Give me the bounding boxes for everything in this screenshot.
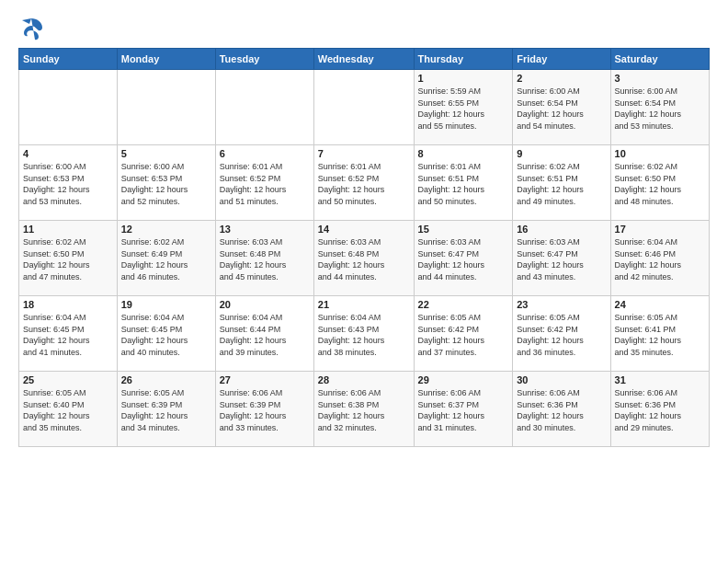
day-info: Sunrise: 6:02 AM Sunset: 6:49 PM Dayligh… — [121, 236, 211, 282]
day-cell: 25Sunrise: 6:05 AM Sunset: 6:40 PM Dayli… — [19, 372, 118, 447]
day-cell: 28Sunrise: 6:06 AM Sunset: 6:38 PM Dayli… — [313, 372, 414, 447]
day-number: 24 — [615, 299, 705, 310]
day-number: 15 — [418, 224, 509, 235]
day-header-sunday: Sunday — [19, 49, 118, 70]
day-info: Sunrise: 6:00 AM Sunset: 6:54 PM Dayligh… — [615, 86, 705, 132]
day-info: Sunrise: 6:05 AM Sunset: 6:42 PM Dayligh… — [418, 312, 509, 358]
day-cell: 6Sunrise: 6:01 AM Sunset: 6:52 PM Daylig… — [215, 145, 313, 221]
day-number: 6 — [220, 148, 310, 159]
day-info: Sunrise: 6:05 AM Sunset: 6:39 PM Dayligh… — [121, 387, 211, 433]
day-cell: 26Sunrise: 6:05 AM Sunset: 6:39 PM Dayli… — [117, 372, 215, 447]
calendar-header: SundayMondayTuesdayWednesdayThursdayFrid… — [19, 49, 710, 70]
logo — [18, 15, 48, 40]
day-number: 7 — [318, 148, 410, 159]
day-info: Sunrise: 6:02 AM Sunset: 6:50 PM Dayligh… — [23, 236, 113, 282]
day-info: Sunrise: 6:03 AM Sunset: 6:48 PM Dayligh… — [318, 236, 410, 282]
day-number: 2 — [517, 73, 606, 84]
week-row-4: 18Sunrise: 6:04 AM Sunset: 6:45 PM Dayli… — [19, 296, 710, 372]
day-header-thursday: Thursday — [414, 49, 513, 70]
day-cell: 16Sunrise: 6:03 AM Sunset: 6:47 PM Dayli… — [513, 221, 610, 296]
day-info: Sunrise: 6:06 AM Sunset: 6:38 PM Dayligh… — [318, 387, 410, 433]
day-cell: 9Sunrise: 6:02 AM Sunset: 6:51 PM Daylig… — [513, 145, 610, 221]
day-info: Sunrise: 6:04 AM Sunset: 6:45 PM Dayligh… — [23, 312, 113, 358]
day-number: 29 — [418, 374, 509, 385]
day-cell: 7Sunrise: 6:01 AM Sunset: 6:52 PM Daylig… — [313, 145, 414, 221]
header-row: SundayMondayTuesdayWednesdayThursdayFrid… — [19, 49, 710, 70]
day-cell: 23Sunrise: 6:05 AM Sunset: 6:42 PM Dayli… — [513, 296, 610, 372]
day-cell: 14Sunrise: 6:03 AM Sunset: 6:48 PM Dayli… — [313, 221, 414, 296]
day-info: Sunrise: 6:06 AM Sunset: 6:37 PM Dayligh… — [418, 387, 509, 433]
day-info: Sunrise: 6:04 AM Sunset: 6:46 PM Dayligh… — [615, 236, 705, 282]
day-number: 20 — [220, 299, 310, 310]
day-cell: 19Sunrise: 6:04 AM Sunset: 6:45 PM Dayli… — [117, 296, 215, 372]
day-header-saturday: Saturday — [610, 49, 709, 70]
day-info: Sunrise: 6:02 AM Sunset: 6:50 PM Dayligh… — [615, 161, 705, 207]
day-cell: 12Sunrise: 6:02 AM Sunset: 6:49 PM Dayli… — [117, 221, 215, 296]
week-row-5: 25Sunrise: 6:05 AM Sunset: 6:40 PM Dayli… — [19, 372, 710, 447]
day-cell: 11Sunrise: 6:02 AM Sunset: 6:50 PM Dayli… — [19, 221, 118, 296]
calendar-table: SundayMondayTuesdayWednesdayThursdayFrid… — [18, 48, 710, 447]
day-info: Sunrise: 6:06 AM Sunset: 6:36 PM Dayligh… — [517, 387, 606, 433]
day-number: 14 — [318, 224, 410, 235]
day-header-tuesday: Tuesday — [215, 49, 313, 70]
day-cell: 21Sunrise: 6:04 AM Sunset: 6:43 PM Dayli… — [313, 296, 414, 372]
day-cell: 29Sunrise: 6:06 AM Sunset: 6:37 PM Dayli… — [414, 372, 513, 447]
day-number: 9 — [517, 148, 606, 159]
day-number: 19 — [121, 299, 211, 310]
day-info: Sunrise: 6:05 AM Sunset: 6:40 PM Dayligh… — [23, 387, 113, 433]
day-number: 16 — [517, 224, 606, 235]
page: SundayMondayTuesdayWednesdayThursdayFrid… — [0, 0, 728, 563]
day-number: 31 — [615, 374, 705, 385]
day-number: 1 — [418, 73, 509, 84]
day-info: Sunrise: 6:06 AM Sunset: 6:39 PM Dayligh… — [220, 387, 310, 433]
day-info: Sunrise: 6:05 AM Sunset: 6:41 PM Dayligh… — [615, 312, 705, 358]
day-number: 23 — [517, 299, 606, 310]
day-number: 27 — [220, 374, 310, 385]
day-number: 11 — [23, 224, 113, 235]
day-cell: 18Sunrise: 6:04 AM Sunset: 6:45 PM Dayli… — [19, 296, 118, 372]
day-number: 30 — [517, 374, 606, 385]
logo-icon — [18, 15, 44, 40]
calendar-body: 1Sunrise: 5:59 AM Sunset: 6:55 PM Daylig… — [19, 70, 710, 447]
day-cell: 22Sunrise: 6:05 AM Sunset: 6:42 PM Dayli… — [414, 296, 513, 372]
day-number: 12 — [121, 224, 211, 235]
day-info: Sunrise: 6:04 AM Sunset: 6:45 PM Dayligh… — [121, 312, 211, 358]
day-cell — [313, 70, 414, 145]
day-number: 10 — [615, 148, 705, 159]
day-info: Sunrise: 6:05 AM Sunset: 6:42 PM Dayligh… — [517, 312, 606, 358]
week-row-2: 4Sunrise: 6:00 AM Sunset: 6:53 PM Daylig… — [19, 145, 710, 221]
day-cell: 27Sunrise: 6:06 AM Sunset: 6:39 PM Dayli… — [215, 372, 313, 447]
day-info: Sunrise: 6:00 AM Sunset: 6:54 PM Dayligh… — [517, 86, 606, 132]
day-info: Sunrise: 6:00 AM Sunset: 6:53 PM Dayligh… — [121, 161, 211, 207]
day-number: 18 — [23, 299, 113, 310]
day-info: Sunrise: 6:03 AM Sunset: 6:47 PM Dayligh… — [418, 236, 509, 282]
day-cell: 5Sunrise: 6:00 AM Sunset: 6:53 PM Daylig… — [117, 145, 215, 221]
day-cell: 2Sunrise: 6:00 AM Sunset: 6:54 PM Daylig… — [513, 70, 610, 145]
day-info: Sunrise: 6:01 AM Sunset: 6:52 PM Dayligh… — [220, 161, 310, 207]
day-number: 21 — [318, 299, 410, 310]
day-number: 5 — [121, 148, 211, 159]
day-number: 3 — [615, 73, 705, 84]
day-info: Sunrise: 6:03 AM Sunset: 6:48 PM Dayligh… — [220, 236, 310, 282]
day-cell: 13Sunrise: 6:03 AM Sunset: 6:48 PM Dayli… — [215, 221, 313, 296]
day-cell: 20Sunrise: 6:04 AM Sunset: 6:44 PM Dayli… — [215, 296, 313, 372]
day-info: Sunrise: 6:01 AM Sunset: 6:51 PM Dayligh… — [418, 161, 509, 207]
day-number: 8 — [418, 148, 509, 159]
day-header-friday: Friday — [513, 49, 610, 70]
day-cell: 3Sunrise: 6:00 AM Sunset: 6:54 PM Daylig… — [610, 70, 709, 145]
day-cell: 24Sunrise: 6:05 AM Sunset: 6:41 PM Dayli… — [610, 296, 709, 372]
day-header-monday: Monday — [117, 49, 215, 70]
day-cell: 1Sunrise: 5:59 AM Sunset: 6:55 PM Daylig… — [414, 70, 513, 145]
day-number: 4 — [23, 148, 113, 159]
day-cell: 31Sunrise: 6:06 AM Sunset: 6:36 PM Dayli… — [610, 372, 709, 447]
day-info: Sunrise: 6:04 AM Sunset: 6:44 PM Dayligh… — [220, 312, 310, 358]
day-cell — [117, 70, 215, 145]
day-cell: 10Sunrise: 6:02 AM Sunset: 6:50 PM Dayli… — [610, 145, 709, 221]
day-info: Sunrise: 6:06 AM Sunset: 6:36 PM Dayligh… — [615, 387, 705, 433]
day-info: Sunrise: 6:03 AM Sunset: 6:47 PM Dayligh… — [517, 236, 606, 282]
header — [18, 15, 710, 40]
week-row-3: 11Sunrise: 6:02 AM Sunset: 6:50 PM Dayli… — [19, 221, 710, 296]
day-number: 25 — [23, 374, 113, 385]
day-number: 13 — [220, 224, 310, 235]
day-cell — [215, 70, 313, 145]
